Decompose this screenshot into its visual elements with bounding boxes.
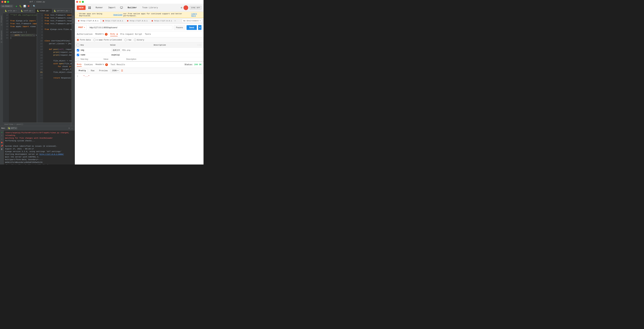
pre-request-script-tab[interactable]: Pre-request Script: [120, 32, 142, 36]
close-button[interactable]: [1, 1, 3, 3]
debug-button[interactable]: 🐛: [19, 4, 22, 8]
new-value-input[interactable]: [103, 58, 124, 60]
url-tab-3[interactable]: http://127.0.0.1: [125, 19, 149, 23]
run-scroll-up-icon[interactable]: ↑: [1, 134, 2, 137]
method-selector[interactable]: POST ▾: [77, 25, 86, 30]
raw-view-button[interactable]: Raw: [89, 69, 96, 72]
authorization-tab[interactable]: Authorization: [77, 32, 92, 36]
json-format-arrow: ▾: [117, 70, 118, 72]
select-all-checkbox[interactable]: [77, 44, 79, 46]
sync-off-button[interactable]: SYNC OFF: [190, 6, 202, 10]
run-scroll-down-icon[interactable]: ↓: [1, 138, 2, 140]
settings-icon[interactable]: ⚙: [181, 6, 182, 9]
new-button[interactable]: NEW: [77, 6, 86, 10]
monitor-icon-btn[interactable]: [119, 5, 124, 10]
response-section: Body Cookies Headers 9 Test Results Stat…: [75, 61, 204, 164]
raw-option[interactable]: raw: [124, 39, 131, 41]
tab-views-close[interactable]: ✕: [49, 10, 50, 12]
send-button[interactable]: Send: [186, 25, 197, 30]
body-response-tab[interactable]: Body: [77, 63, 82, 67]
form-data-option[interactable]: form-data: [77, 39, 91, 41]
run-rerun-icon[interactable]: ↺: [1, 131, 2, 134]
new-key-input[interactable]: [80, 58, 101, 60]
url-tab-2[interactable]: http://127.0.0.1: [101, 19, 125, 23]
binary-radio[interactable]: [134, 39, 136, 41]
run-pin-icon[interactable]: 📌: [1, 145, 3, 147]
form-data-radio[interactable]: [77, 39, 79, 41]
img-row-checkbox[interactable]: [77, 49, 79, 52]
editor-tabs: 🐍 urls.py ✕ 🐍 conf.py ✕ 🐍 views.py ✕ 🐍 p…: [3, 9, 72, 13]
structure-panel-label[interactable]: 2: Structure: [1, 30, 2, 43]
learn-more-link[interactable]: Learn more: [192, 13, 202, 17]
new-desc-input[interactable]: [126, 58, 146, 60]
url-tab-1[interactable]: http://127.0.0.1: [76, 19, 100, 23]
tab-conf-close[interactable]: ✕: [32, 10, 33, 12]
builder-label[interactable]: Builder: [126, 6, 139, 10]
postman-minimize-button[interactable]: [79, 1, 81, 3]
import-button[interactable]: Import: [106, 6, 118, 10]
search-everywhere-button[interactable]: 🔍: [32, 4, 36, 8]
params-table-header: Key Value Description ···: [75, 43, 204, 48]
url-tabs-row: http://127.0.0.1 http://127.0.0.1 http:/…: [75, 18, 204, 24]
tab-parsers[interactable]: 🐍 parsers.py ✕: [52, 9, 72, 13]
server-link[interactable]: http://127.0.0.1:8000/: [40, 153, 64, 155]
name-row-checkbox[interactable]: [77, 54, 79, 56]
pretty-view-button[interactable]: Pretty: [77, 69, 88, 73]
warning-icon: ⚠: [77, 14, 78, 16]
maximize-button[interactable]: [7, 1, 9, 3]
url-tab-4[interactable]: http://127.0.0.1: [150, 19, 174, 23]
tab-views[interactable]: 🐍 views.py ✕: [35, 9, 52, 13]
environment-dropdown[interactable]: No Environment ▾: [182, 19, 202, 23]
send-dropdown-button[interactable]: ▾: [198, 25, 202, 30]
body-tab[interactable]: Body: [110, 32, 118, 36]
params-more-options[interactable]: ···: [197, 44, 202, 46]
urlencoded-radio[interactable]: [94, 39, 96, 41]
preview-view-button[interactable]: Preview: [98, 69, 109, 72]
left-panel-labels: 1: Project 2: Structure: [0, 9, 3, 126]
run-close-icon[interactable]: —: [71, 127, 73, 130]
project-panel-label[interactable]: 1: Project: [1, 16, 2, 26]
tab-urls-close[interactable]: ✕: [16, 10, 17, 12]
new-row-checkbox[interactable]: [77, 58, 79, 60]
headers-tab[interactable]: Headers 1: [95, 32, 108, 36]
tab-urls[interactable]: 🐍 urls.py ✕: [3, 9, 19, 13]
coverage-button[interactable]: 📊: [23, 4, 26, 8]
minimize-button[interactable]: [4, 1, 6, 3]
stop-button[interactable]: ⏹: [27, 4, 30, 8]
postman-maximize-button[interactable]: [82, 1, 84, 3]
add-tab-button[interactable]: +: [174, 20, 176, 22]
headers-response-tab[interactable]: Headers 9: [96, 63, 108, 67]
tab-parsers-close[interactable]: ✕: [68, 10, 70, 12]
layout-icon: [88, 6, 91, 9]
runner-button[interactable]: Runner: [94, 6, 105, 10]
status-value: 200 OK: [194, 64, 202, 66]
run-trash-icon[interactable]: 🗑: [1, 148, 3, 150]
tests-tab[interactable]: Tests: [145, 32, 151, 36]
raw-radio[interactable]: [124, 39, 127, 41]
urlencoded-option[interactable]: x-www-form-urlencoded: [94, 39, 122, 41]
test-results-tab[interactable]: Test Results: [110, 63, 125, 66]
json-format-selector[interactable]: JSON ▾: [110, 69, 120, 72]
filter-icon[interactable]: ☰: [121, 69, 123, 72]
run-tag[interactable]: 🐍 drf ✕: [7, 127, 17, 130]
team-library-label[interactable]: Team Library: [140, 6, 160, 10]
file-dropdown[interactable]: xx.html ▾: [1, 5, 13, 8]
url-input[interactable]: [88, 25, 172, 30]
database-panel-label[interactable]: Database: [72, 16, 74, 24]
user-avatar[interactable]: [184, 6, 188, 10]
choose-file-button[interactable]: 选择文件: [112, 48, 121, 52]
run-stop-icon[interactable]: ⏹: [1, 141, 3, 144]
layout-icon-btn[interactable]: [87, 5, 92, 10]
right-code-area[interactable]: from rest_framework import serializers f…: [43, 13, 72, 122]
tab-conf[interactable]: 🐍 conf.py ✕: [19, 9, 35, 13]
run-button[interactable]: ▶: [15, 4, 18, 8]
download-link[interactable]: Download: [114, 14, 122, 16]
left-editor-pane: 1617181920 21222324 """drf URL Configura…: [3, 13, 37, 122]
params-button[interactable]: Params: [174, 25, 185, 30]
run-tag-close[interactable]: ✕: [15, 127, 16, 129]
cookies-tab[interactable]: Cookies: [84, 63, 93, 66]
run-settings-icon[interactable]: ⚙: [68, 127, 70, 130]
postman-close-button[interactable]: [76, 1, 78, 3]
left-code-area[interactable]: """drf URL Configuration...""" from djan…: [9, 13, 37, 122]
binary-option[interactable]: binary: [134, 39, 144, 41]
